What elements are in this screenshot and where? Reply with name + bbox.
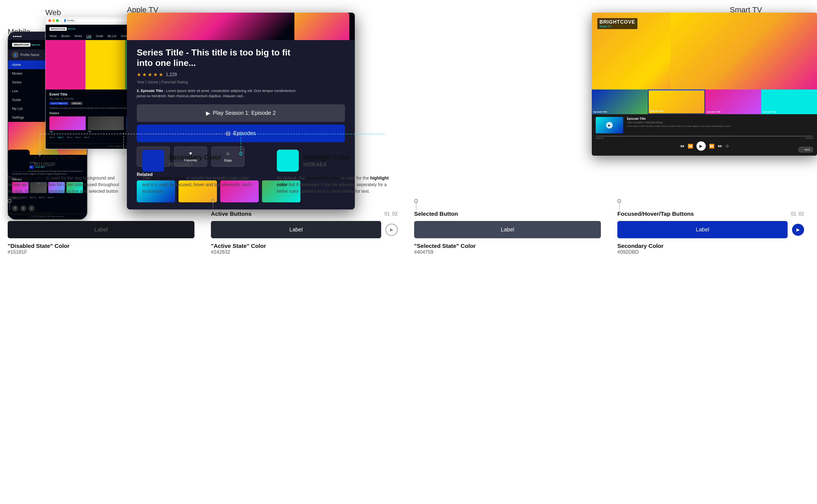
smarttv-thumb-3[interactable]: Episode Title bbox=[705, 89, 761, 114]
smarttv-episode-text: Episode Title Year | Duration | Parental… bbox=[627, 117, 813, 128]
web-nav-mylist[interactable]: My List bbox=[108, 35, 116, 38]
smarttv-play-overlay[interactable]: ▶ bbox=[606, 122, 613, 128]
highlight-color-swatch bbox=[277, 150, 299, 172]
web-thumb-1[interactable]: Title bbox=[49, 116, 86, 133]
minimize-dot bbox=[52, 19, 55, 22]
highlight-color-item: Highlight Color #00EAE4 By default, the … bbox=[277, 150, 389, 201]
appletv-episodes-button[interactable]: ⊟ Episodes bbox=[137, 125, 345, 142]
secondary-color-description: The secondary color is usually the brand… bbox=[142, 175, 255, 195]
mobile-logo: BRIGHTCOVE BEACON bbox=[12, 43, 40, 47]
active-demo-button[interactable]: Label bbox=[211, 221, 381, 238]
active-step-2: 02 bbox=[392, 211, 397, 217]
smarttv-progress-bar[interactable] bbox=[596, 136, 813, 137]
smarttv-time-start: 00:00:00 bbox=[596, 137, 603, 139]
smarttv-thumb-4[interactable]: Episode Title bbox=[761, 89, 817, 114]
smarttv-mockup: BRIGHTCOVE Smart TV Episode Title Episod… bbox=[592, 13, 817, 156]
main-container: Mobile Web Apple TV Smart TV ●●●●● 10:41… bbox=[0, 0, 817, 504]
web-countdown-badge[interactable]: Live in 4 days 8:31 bbox=[49, 102, 69, 105]
web-nav-home[interactable]: Home bbox=[49, 35, 57, 38]
skip-to-end-button[interactable]: ⏭ bbox=[718, 144, 722, 149]
smarttv-player: ▶ Episode Title Year | Duration | Parent… bbox=[592, 114, 817, 156]
secondary-color-info: Secondary Color #092DBD bbox=[169, 153, 221, 168]
highlight-color-info: Highlight Color #00EAE4 bbox=[303, 153, 351, 168]
secondary-color-name: Secondary Color bbox=[169, 153, 221, 161]
web-thumb-2[interactable]: Title bbox=[88, 116, 124, 133]
primary-swatch-row: Primary Color #01050F bbox=[8, 150, 120, 172]
secondary-color-item: Secondary Color #092DBD The secondary co… bbox=[142, 150, 255, 201]
selected-button-label: Selected Button bbox=[414, 211, 601, 217]
web-nav-live[interactable]: Live bbox=[86, 35, 91, 38]
active-color-name: "Active State" Color bbox=[211, 243, 397, 249]
play-icon: ▶ bbox=[206, 110, 210, 116]
focused-play-icon[interactable]: ▶ bbox=[792, 224, 804, 236]
appletv-play-button[interactable]: ▶ Play Season 1: Episode 2 bbox=[137, 104, 345, 122]
primary-color-hex: #01050F bbox=[34, 161, 78, 168]
primary-color-item: Primary Color #01050F The primary color … bbox=[8, 150, 120, 201]
active-step-1: 01 bbox=[384, 211, 390, 217]
appletv-hero-person bbox=[294, 13, 349, 40]
maximize-dot bbox=[56, 19, 59, 22]
disabled-connector-line bbox=[10, 199, 10, 210]
button-states-section: Disabled Button Label "Disabled State" C… bbox=[8, 199, 804, 255]
primary-color-name: Primary Color bbox=[34, 153, 78, 161]
selected-color-hex: #404759 bbox=[414, 249, 601, 255]
primary-color-description: The primary color is used for the app ba… bbox=[8, 175, 120, 201]
smarttv-controls: ⏮ ⏪ ▶ ⏩ ⏭ ⚙ bbox=[596, 139, 813, 153]
web-nav-series[interactable]: Series bbox=[74, 35, 82, 38]
smarttv-logo-overlay: BRIGHTCOVE Smart TV bbox=[597, 18, 637, 29]
skip-to-start-button[interactable]: ⏮ bbox=[680, 144, 684, 149]
primary-color-swatch bbox=[8, 150, 30, 172]
disabled-color-name: "Disabled State" Color bbox=[8, 243, 194, 249]
star-4: ★ bbox=[153, 72, 158, 78]
smarttv-thumb-2[interactable]: Episode Title bbox=[648, 89, 706, 114]
mobile-avatar: 👤 bbox=[12, 52, 19, 58]
fast-forward-button[interactable]: ⏩ bbox=[709, 144, 715, 149]
focused-color-hex: #092DBD bbox=[617, 249, 804, 255]
selected-button-state: Selected Button Label "Selected State" C… bbox=[414, 199, 601, 255]
web-nav-guide[interactable]: Guide bbox=[96, 35, 103, 38]
browser-dots bbox=[48, 19, 59, 22]
web-logo: BRIGHTCOVE BEACON bbox=[49, 27, 75, 31]
web-more-info-btn[interactable]: More Info bbox=[71, 102, 82, 105]
star-half: ★ bbox=[159, 72, 163, 78]
primary-color-info: Primary Color #01050F bbox=[34, 153, 78, 168]
highlight-color-name: Highlight Color bbox=[303, 153, 351, 161]
web-logo-beacon: BEACON bbox=[68, 28, 75, 30]
selected-demo-button[interactable]: Label bbox=[414, 221, 601, 238]
highlight-color-description: By default, the secondary color is used … bbox=[277, 175, 389, 195]
profile-indicator: 👤 Profile ↓ bbox=[63, 19, 76, 22]
secondary-color-hex: #092DBD bbox=[169, 161, 221, 168]
highlight-swatch-row: Highlight Color #00EAE4 bbox=[277, 150, 389, 172]
smarttv-hero: BRIGHTCOVE Smart TV bbox=[592, 13, 817, 89]
star-3: ★ bbox=[148, 72, 152, 78]
disabled-demo-button[interactable]: Label bbox=[8, 221, 194, 238]
star-2: ★ bbox=[142, 72, 147, 78]
appletv-title: Series Title - This title is too big to … bbox=[137, 47, 296, 68]
color-section: Primary Color #01050F The primary color … bbox=[8, 150, 389, 201]
smarttv-thumb-1[interactable]: Episode Title bbox=[592, 89, 648, 114]
secondary-swatch-row: Secondary Color #092DBD bbox=[142, 150, 255, 172]
settings-icon[interactable]: ⚙ bbox=[726, 144, 729, 148]
rewind-button[interactable]: ⏪ bbox=[688, 144, 693, 149]
active-button-label: Active Buttons bbox=[211, 211, 251, 217]
smarttv-episode-thumb[interactable]: ▶ bbox=[596, 117, 623, 133]
smarttv-hero-person bbox=[671, 13, 817, 89]
web-logo-text: BRIGHTCOVE bbox=[49, 27, 67, 31]
secondary-color-swatch bbox=[142, 150, 164, 172]
focused-button-label: Focused/Hover/Tap Buttons bbox=[617, 211, 694, 217]
mobile-profile-name: Profile Name bbox=[20, 53, 39, 57]
smarttv-ep-title: Episode Title bbox=[627, 117, 813, 120]
web-nav-movies[interactable]: Movies bbox=[61, 35, 70, 38]
smarttv-play-button[interactable]: ▶ bbox=[696, 141, 706, 151]
mobile-status-dots: ●●●●● bbox=[13, 35, 22, 38]
appletv-meta: Year | Genre | Parental Rating bbox=[137, 80, 345, 84]
disabled-color-hex: #15181F bbox=[8, 249, 194, 255]
smarttv-back-button[interactable]: ← Back bbox=[798, 147, 813, 152]
active-play-icon[interactable]: ▶ bbox=[385, 224, 397, 236]
focused-demo-button[interactable]: Label bbox=[617, 221, 788, 238]
rating-count: 1,229 bbox=[166, 72, 177, 77]
selected-color-name: "Selected State" Color bbox=[414, 243, 601, 249]
appletv-description: 2. Episode Title - Lorem ipsum dolor sit… bbox=[137, 88, 301, 99]
smarttv-time-end: 00:00:00 bbox=[806, 137, 813, 139]
mobile-logo-text: BRIGHTCOVE bbox=[12, 43, 30, 47]
